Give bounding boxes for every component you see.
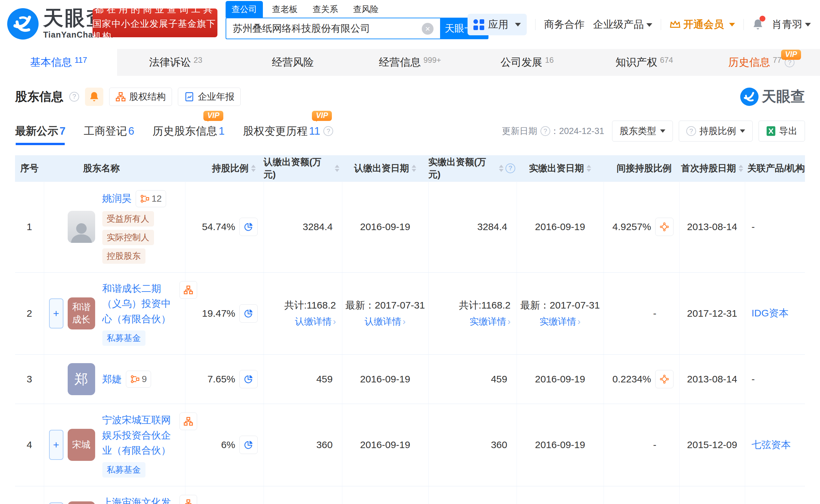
shareholder-name-link[interactable]: 宁波宋城互联网娱乐投资合伙企业（有限合伙） xyxy=(102,412,177,458)
annual-report-button[interactable]: 企业年报 xyxy=(178,88,241,106)
help-icon[interactable]: ? xyxy=(505,163,515,173)
top-header: 天眼查 TianYanCha.com 都在用的商业查询工具 国家中小企业发展子基… xyxy=(0,0,820,49)
slogan-line1: 都在用的商业查询工具 xyxy=(94,3,215,16)
nav-enterprise-products[interactable]: 企业级产品 xyxy=(593,18,652,31)
tag-private-fund[interactable]: 私募基金 xyxy=(102,462,145,478)
help-icon[interactable]: ? xyxy=(69,92,79,102)
equity-structure-icon[interactable] xyxy=(179,281,197,299)
first-holding-date: 2013-08-14 xyxy=(679,355,745,404)
search-tabs: 查公司 查老板 查关系 查风险 xyxy=(226,3,488,18)
apps-label: 应用 xyxy=(488,18,508,31)
nav-biz-cooperation[interactable]: 商务合作 xyxy=(544,18,585,31)
paid-date: 2016-09-19 xyxy=(517,181,604,272)
subscribed-detail-link[interactable]: 认缴详情 xyxy=(342,315,428,328)
tag-beneficial-owner[interactable]: 受益所有人 xyxy=(102,211,154,227)
indirect-ratio-value: 4.9257% xyxy=(612,221,651,232)
search-tab-relation[interactable]: 查关系 xyxy=(307,1,344,18)
related-product-link[interactable]: IDG资本 xyxy=(752,308,789,318)
paid-detail-link[interactable]: 实缴详情 xyxy=(429,315,517,328)
subtab-business-registration[interactable]: 工商登记6 xyxy=(84,124,134,139)
shareholder-avatar[interactable]: 和谐成长 xyxy=(68,297,95,329)
subscribed-amount: 3284.4 xyxy=(264,221,342,232)
col-paid-date-sort[interactable]: 实缴出资日期 xyxy=(517,162,604,175)
first-holding-date: 2015-12-09 xyxy=(679,404,745,486)
tag-actual-controller[interactable]: 实际控制人 xyxy=(102,230,154,245)
notification-bell-icon[interactable] xyxy=(752,18,763,31)
shareholder-avatar[interactable]: 宋城 xyxy=(68,429,95,461)
shareholder-avatar[interactable]: 宙海文化 xyxy=(68,501,95,504)
search-tab-risk[interactable]: 查风险 xyxy=(347,1,384,18)
tab-operating-info[interactable]: 经营信息999+ xyxy=(351,49,469,76)
related-product-link[interactable]: 七弦资本 xyxy=(752,439,791,450)
help-icon: ? xyxy=(686,126,696,136)
sort-icon[interactable] xyxy=(412,165,416,172)
nav-open-vip[interactable]: 开通会员 xyxy=(670,18,735,31)
equity-structure-icon[interactable] xyxy=(179,495,197,504)
paid-detail-link[interactable]: 实缴详情 xyxy=(517,315,604,328)
clear-search-icon[interactable]: × xyxy=(422,23,434,35)
equity-structure-icon[interactable] xyxy=(179,412,197,430)
row-index: 1 xyxy=(15,181,44,272)
sort-icon[interactable] xyxy=(499,165,504,172)
tab-intellectual-property[interactable]: 知识产权674 xyxy=(586,49,703,76)
shareholder-avatar[interactable] xyxy=(68,211,95,243)
help-icon[interactable]: ? xyxy=(323,126,333,136)
col-index: 序号 xyxy=(15,162,44,175)
shareholder-name-link[interactable]: 和谐成长二期（义乌）投资中心（有限合伙） xyxy=(102,281,177,327)
divider xyxy=(743,19,744,30)
shareholder-type-filter[interactable]: 股东类型 xyxy=(612,121,673,142)
relation-graph-icon[interactable]: 9 xyxy=(126,371,151,388)
search-input[interactable] xyxy=(226,18,440,39)
expand-row-button[interactable] xyxy=(49,430,63,460)
pie-chart-icon[interactable] xyxy=(239,436,258,454)
search-tab-company[interactable]: 查公司 xyxy=(226,1,263,18)
equity-path-diamond-icon[interactable] xyxy=(655,370,674,388)
subscribed-detail-link[interactable]: 认缴详情 xyxy=(264,315,342,328)
paid-amount: 360 xyxy=(429,439,517,450)
excel-icon xyxy=(766,126,776,136)
search-tab-boss[interactable]: 查老板 xyxy=(266,1,303,18)
related-products: - xyxy=(745,355,805,404)
tab-operating-risk[interactable]: 经营风险 xyxy=(234,49,351,76)
col-first-date-sort[interactable]: 首次持股日期 xyxy=(679,162,745,175)
tag-controlling-shareholder[interactable]: 控股股东 xyxy=(102,248,145,264)
tag-private-fund[interactable]: 私募基金 xyxy=(102,330,145,346)
equity-path-diamond-icon[interactable] xyxy=(655,218,674,236)
subtab-history-shareholders[interactable]: VIP 历史股东信息1 xyxy=(153,124,225,139)
subtab-equity-change-history[interactable]: VIP 股权变更历程11 ? xyxy=(243,124,333,139)
apps-menu[interactable]: 应用 xyxy=(468,14,527,35)
col-ratio-sort[interactable]: 持股比例 xyxy=(185,162,264,175)
expand-row-button[interactable] xyxy=(49,502,63,504)
pie-chart-icon[interactable] xyxy=(239,304,258,323)
shareholder-name-link[interactable]: 上海宙海文化发展合伙企业（有限合伙） xyxy=(102,495,177,504)
shareholder-name-link[interactable]: 郑婕 xyxy=(102,372,122,387)
col-subscribed-date-sort[interactable]: 认缴出资日期 xyxy=(342,162,428,175)
subscribed-date: 2016-09-19 xyxy=(342,181,428,272)
col-paid-amount-sort[interactable]: 实缴出资额(万元)? xyxy=(428,156,517,181)
help-icon[interactable]: ? xyxy=(540,126,550,136)
sort-icon[interactable] xyxy=(739,165,743,172)
tab-legal[interactable]: 法律诉讼23 xyxy=(117,49,234,76)
user-menu[interactable]: 肖青羽 xyxy=(772,18,811,31)
top-nav: 应用 商务合作 企业级产品 开通会员 肖青羽 xyxy=(468,14,811,35)
shareholder-avatar[interactable]: 郑 xyxy=(68,363,95,395)
col-subscribed-amount-sort[interactable]: 认缴出资额(万元) xyxy=(264,156,342,181)
tab-basic-info[interactable]: 基本信息117 xyxy=(0,49,117,76)
subtab-latest-announcement[interactable]: 最新公示7 xyxy=(15,124,65,139)
sort-icon[interactable] xyxy=(251,165,256,172)
subscribed-amount: 459 xyxy=(264,374,342,385)
pie-chart-icon[interactable] xyxy=(239,218,258,236)
tab-history-info[interactable]: VIP 历史信息77 ? xyxy=(703,49,820,76)
relation-graph-icon[interactable]: 12 xyxy=(136,190,166,207)
pie-chart-icon[interactable] xyxy=(239,370,258,388)
shareholder-name-link[interactable]: 姚润昊 xyxy=(102,191,132,206)
tab-company-development[interactable]: 公司发展16 xyxy=(469,49,586,76)
subscribe-bell-button[interactable] xyxy=(85,88,103,106)
expand-row-button[interactable] xyxy=(49,298,63,328)
ratio-filter[interactable]: ? 持股比例 xyxy=(679,121,753,142)
sort-icon[interactable] xyxy=(335,165,339,172)
sort-icon[interactable] xyxy=(587,165,591,172)
table-row: 3 郑 郑婕 9 xyxy=(15,355,805,404)
equity-structure-button[interactable]: 股权结构 xyxy=(109,88,172,106)
export-button[interactable]: 导出 xyxy=(759,121,805,142)
